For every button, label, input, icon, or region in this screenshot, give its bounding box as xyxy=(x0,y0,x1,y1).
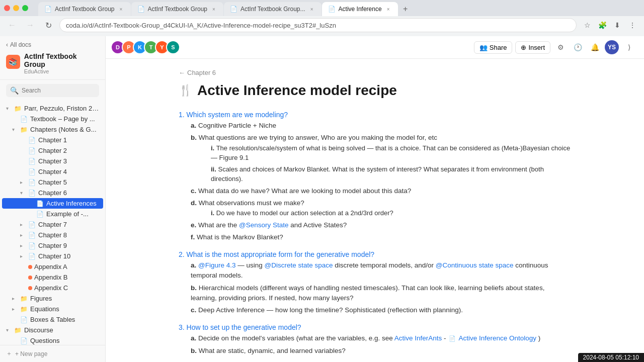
item-icon-ch7: 📄 xyxy=(28,221,36,228)
sidebar-item-appendix-c[interactable]: Appendix C xyxy=(2,283,103,293)
toggle-ch10[interactable]: ▸ xyxy=(20,253,26,259)
search-input[interactable] xyxy=(22,87,97,94)
toggle-chapters[interactable]: ▾ xyxy=(12,127,18,132)
extension-icon[interactable]: 🧩 xyxy=(596,19,609,32)
toggle-ch8[interactable]: ▸ xyxy=(20,232,26,238)
back-button[interactable]: ← xyxy=(5,18,19,32)
item-label-figures: Figures xyxy=(30,295,52,302)
toggle-ch5[interactable]: ▸ xyxy=(20,179,26,185)
sidebar-item-chapters[interactable]: ▾📁Chapters (Notes & G... xyxy=(2,124,103,135)
sidebar-item-ch7[interactable]: ▸📄Chapter 7 xyxy=(2,219,103,230)
discrete-link[interactable]: @Discrete state space xyxy=(265,261,333,269)
bookmark-icon[interactable]: ☆ xyxy=(581,19,594,32)
app-layout: ‹ All docs 📚 ActInf Textbook Group EduAc… xyxy=(0,36,644,362)
tab-close-icon[interactable]: × xyxy=(308,6,315,13)
browser-tab-tab3[interactable]: 📄ActInf Textbook Group...× xyxy=(224,2,321,16)
share-button[interactable]: 👥 Share xyxy=(474,41,513,54)
sidebar-item-discourse[interactable]: ▾📁Discourse xyxy=(2,325,103,335)
item-label-active-inf: Active Inferences xyxy=(46,200,97,207)
question-2-link[interactable]: What is the most appropriate form for th… xyxy=(187,250,375,258)
browser-tab-tab2[interactable]: 📄ActInf Textbook Group× xyxy=(131,2,224,16)
download-icon[interactable]: ⬇ xyxy=(611,19,624,32)
item-label-ch9: Chapter 9 xyxy=(38,242,67,249)
sidebar-item-ch2[interactable]: 📄Chapter 2 xyxy=(2,145,103,156)
settings-icon[interactable]: ⋮ xyxy=(626,19,639,32)
sidebar-item-example[interactable]: 📄Example of -... xyxy=(2,209,103,219)
item-label-ch10: Chapter 10 xyxy=(38,252,70,260)
bell-icon[interactable]: 🔔 xyxy=(588,40,602,54)
sidebar-item-equations[interactable]: ▸📁Equations xyxy=(2,304,103,314)
toggle-ch6[interactable]: ▾ xyxy=(20,190,26,196)
toggle-parr[interactable]: ▾ xyxy=(6,106,12,111)
sidebar-item-ch4[interactable]: 📄Chapter 4 xyxy=(2,166,103,177)
search-box[interactable]: 🔍 xyxy=(6,84,99,97)
browser-chrome: 📄ActInf Textbook Group×📄ActInf Textbook … xyxy=(0,0,644,36)
breadcrumb-text: Chapter 6 xyxy=(187,69,216,76)
sidebar-item-appendix-b[interactable]: Appendix B xyxy=(2,272,103,283)
new-tab-button[interactable]: + xyxy=(398,2,413,16)
sidebar-item-ch3[interactable]: 📄Chapter 3 xyxy=(2,156,103,166)
main-content: DPKTYS 👥 Share ⊕ Insert ⚙ 🕐 🔔 YS ⟩ xyxy=(106,36,644,362)
sidebar-item-textbook[interactable]: 📄Textbook – Page by ... xyxy=(2,114,103,124)
tab-label: ActInf Textbook Group... xyxy=(240,6,305,13)
sidebar-item-parr[interactable]: ▾📁Parr, Pezzulo, Friston 20... xyxy=(2,103,103,114)
new-page-icon: ＋ xyxy=(6,349,12,358)
new-page-button[interactable]: ＋ + New page xyxy=(6,349,99,358)
sidebar-item-boxes[interactable]: 📄Boxes & Tables xyxy=(2,314,103,325)
refresh-button[interactable]: ↻ xyxy=(41,18,55,32)
close-button[interactable] xyxy=(4,5,10,11)
address-bar: ← → ↻ coda.io/d/ActInf-Textbook-Group_d4… xyxy=(0,16,644,34)
user-icon[interactable]: YS xyxy=(605,40,619,54)
toggle-figures[interactable]: ▸ xyxy=(12,296,18,301)
item-label-boxes: Boxes & Tables xyxy=(30,316,75,323)
all-docs-label: All docs xyxy=(10,41,31,48)
figure43-link[interactable]: @Figure 4.3 xyxy=(198,261,236,269)
tab-close-icon[interactable]: × xyxy=(385,6,392,13)
question-3-link[interactable]: How to set up the generative model? xyxy=(187,323,301,331)
sub-item-1d: d. What observations must we make? i. Do… xyxy=(179,198,571,218)
sidebar-item-ch8[interactable]: ▸📄Chapter 8 xyxy=(2,230,103,240)
maximize-button[interactable] xyxy=(22,5,28,11)
sidebar-item-figures[interactable]: ▸📁Figures xyxy=(2,293,103,304)
sidebar-item-ch9[interactable]: ▸📄Chapter 9 xyxy=(2,240,103,251)
sidebar-item-ch6[interactable]: ▾📄Chapter 6 xyxy=(2,188,103,198)
collapse-icon[interactable]: ⟩ xyxy=(622,40,636,54)
item-icon-ch2: 📄 xyxy=(28,147,36,154)
active-inferants-link[interactable]: Active InferAnts xyxy=(394,334,442,342)
sidebar-footer: ＋ + New page xyxy=(0,345,105,362)
forward-button[interactable]: → xyxy=(23,18,37,32)
item-number-2: 2. What is the most appropriate form for… xyxy=(179,250,571,258)
sensory-state-link[interactable]: @Sensory State xyxy=(239,221,289,229)
insert-button[interactable]: ⊕ Insert xyxy=(515,41,550,54)
toggle-equations[interactable]: ▸ xyxy=(12,306,18,312)
sidebar-content: ▾📁Parr, Pezzulo, Friston 20...📄Textbook … xyxy=(0,101,105,345)
item-label-textbook: Textbook – Page by ... xyxy=(30,115,95,123)
all-docs-link[interactable]: ‹ All docs xyxy=(6,41,99,48)
question-1-link[interactable]: Which system are we modeling? xyxy=(187,111,288,119)
settings-header-icon[interactable]: ⚙ xyxy=(553,40,568,54)
item-icon-discourse: 📁 xyxy=(14,327,22,334)
avatar-S: S xyxy=(166,40,180,54)
toggle-ch7[interactable]: ▸ xyxy=(20,222,26,227)
ontology-link[interactable]: Active Inference Ontology xyxy=(458,334,536,342)
sidebar-item-active-inf[interactable]: 📄Active Inferences xyxy=(2,198,103,209)
item-icon-example: 📄 xyxy=(36,211,44,218)
sidebar-item-ch1[interactable]: 📄Chapter 1 xyxy=(2,135,103,145)
sidebar-item-questions[interactable]: 📄Questions xyxy=(2,335,103,345)
item-icon-ch5: 📄 xyxy=(28,179,36,186)
sidebar-item-ch5[interactable]: ▸📄Chapter 5 xyxy=(2,177,103,188)
url-bar[interactable]: coda.io/d/ActInf-Textbook-Group_d4CkUI-I… xyxy=(59,18,577,32)
minimize-button[interactable] xyxy=(13,5,19,11)
tab-close-icon[interactable]: × xyxy=(118,6,125,13)
tab-close-icon[interactable]: × xyxy=(210,6,217,13)
toggle-ch9[interactable]: ▸ xyxy=(20,243,26,248)
sidebar-item-ch10[interactable]: ▸📄Chapter 10 xyxy=(2,251,103,261)
continuous-link[interactable]: @Continuous state space xyxy=(436,261,514,269)
browser-tab-tab4[interactable]: 📄Active Inference× xyxy=(322,2,398,16)
sub-item-2b: b. Hierarchical models (different ways o… xyxy=(179,283,571,304)
browser-tab-tab1[interactable]: 📄ActInf Textbook Group× xyxy=(38,2,131,16)
clock-bar: 2024-08-05 05:12:10 xyxy=(578,353,644,362)
clock-icon[interactable]: 🕐 xyxy=(571,40,585,54)
sidebar-item-appendix-a[interactable]: Appendix A xyxy=(2,261,103,272)
toggle-discourse[interactable]: ▾ xyxy=(6,327,12,333)
